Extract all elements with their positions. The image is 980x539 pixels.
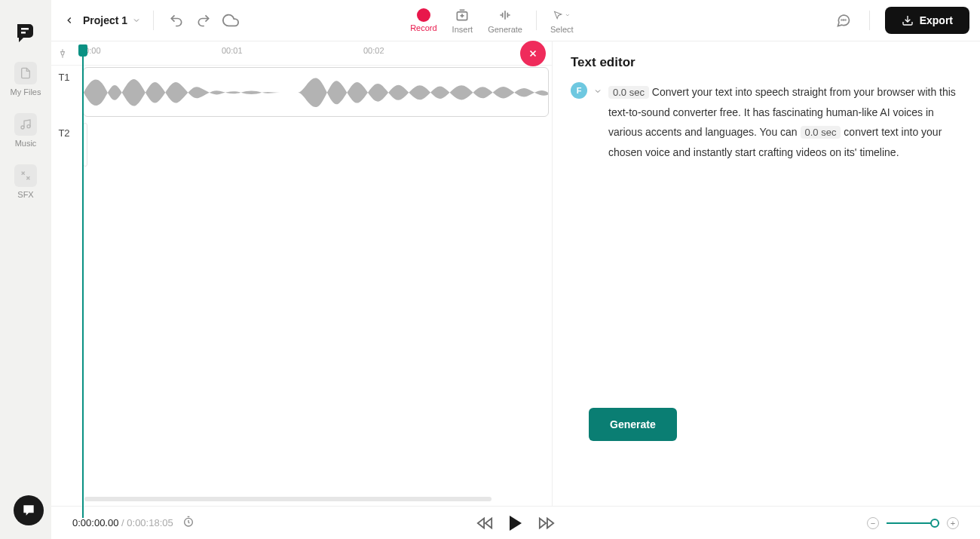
panel-title: Text editor: [571, 55, 965, 70]
divider: [536, 11, 537, 30]
generate-icon: [497, 7, 513, 23]
track-label: T1: [51, 66, 77, 121]
sidebar-item-label: SFX: [17, 190, 33, 199]
record-label: Record: [410, 23, 436, 32]
select-icon: [553, 7, 570, 23]
timeline-scrollbar[interactable]: [84, 495, 541, 503]
record-icon: [417, 8, 430, 22]
pin-icon[interactable]: [51, 48, 74, 59]
export-button[interactable]: Export: [885, 7, 969, 34]
chevron-down-icon: [132, 16, 141, 25]
time-display: 0:00:00.00 / 0:00:18:05: [72, 517, 173, 528]
voice-dropdown[interactable]: [593, 87, 602, 97]
ruler-mark: 00:01: [222, 46, 243, 55]
transport-bar: 0:00:00.00 / 0:00:18:05 − +: [51, 506, 980, 539]
chat-support-button[interactable]: [14, 495, 44, 525]
forward-icon: [538, 515, 555, 531]
text-editor-panel: Text editor F 0.0 sec Convert your text …: [553, 41, 980, 539]
rewind-button[interactable]: [476, 515, 493, 531]
svg-marker-15: [540, 518, 546, 528]
sidebar-item-music[interactable]: Music: [14, 113, 37, 148]
ruler-mark: 00:02: [363, 46, 384, 55]
playhead-handle[interactable]: [78, 44, 87, 57]
export-label: Export: [920, 14, 953, 26]
forward-button[interactable]: [538, 515, 555, 531]
sidebar-item-label: Music: [15, 139, 37, 148]
app-logo: [14, 21, 38, 45]
track-row-1: T1: [51, 66, 552, 121]
stopwatch-icon[interactable]: [182, 516, 194, 531]
music-icon: [14, 113, 37, 136]
rewind-icon: [476, 515, 493, 531]
close-panel-button[interactable]: [520, 41, 546, 66]
insert-button[interactable]: Insert: [445, 7, 481, 34]
pause-chip[interactable]: 0.0 sec: [801, 126, 841, 139]
scrollbar-thumb[interactable]: [84, 497, 492, 501]
sidebar-item-myfiles[interactable]: My Files: [11, 62, 41, 96]
divider: [869, 11, 870, 30]
redo-button[interactable]: [193, 10, 214, 31]
project-name-label: Project 1: [83, 14, 127, 26]
svg-point-7: [845, 20, 846, 20]
sidebar-item-label: My Files: [11, 87, 41, 96]
close-icon: [528, 48, 538, 59]
zoom-slider[interactable]: [887, 522, 939, 524]
timeline-panel: 00:00 00:01 00:02 T1: [51, 41, 553, 539]
svg-marker-13: [485, 518, 492, 528]
zoom-slider-thumb[interactable]: [930, 519, 939, 528]
pause-chip[interactable]: 0.0 sec: [608, 86, 649, 99]
duration-time: 0:00:18:05: [127, 517, 173, 528]
file-icon: [14, 62, 37, 84]
generate-speech-label: Generate: [610, 418, 656, 430]
generate-speech-button[interactable]: Generate: [589, 408, 677, 441]
insert-label: Insert: [452, 25, 473, 34]
track-row-2: T2: [51, 121, 552, 171]
playhead-line: [82, 55, 84, 518]
cloud-sync-button[interactable]: [220, 10, 241, 31]
sfx-icon: [14, 164, 37, 187]
generate-button[interactable]: Generate: [480, 7, 530, 34]
generate-label: Generate: [488, 25, 522, 34]
audio-clip[interactable]: [83, 67, 549, 117]
svg-point-5: [841, 20, 842, 20]
waveform: [84, 68, 548, 117]
record-button[interactable]: Record: [403, 8, 444, 32]
chevron-down-icon: [593, 87, 602, 96]
project-name-dropdown[interactable]: Project 1: [83, 14, 141, 26]
select-label: Select: [550, 25, 574, 34]
insert-icon: [454, 7, 470, 23]
left-sidebar: My Files Music SFX: [0, 0, 51, 539]
play-button[interactable]: [510, 516, 522, 531]
zoom-out-button[interactable]: −: [867, 517, 879, 529]
select-button[interactable]: Select: [543, 7, 581, 34]
undo-button[interactable]: [166, 10, 187, 31]
back-button[interactable]: [62, 13, 77, 28]
sidebar-item-sfx[interactable]: SFX: [14, 164, 37, 199]
svg-marker-14: [547, 518, 553, 528]
zoom-in-button[interactable]: +: [947, 517, 959, 529]
track-label: T2: [51, 121, 77, 171]
svg-rect-0: [21, 28, 29, 30]
svg-marker-12: [478, 518, 484, 528]
timeline-ruler[interactable]: 00:00 00:01 00:02: [51, 41, 552, 66]
comment-button[interactable]: [833, 10, 854, 31]
divider: [153, 11, 154, 30]
editor-text-content[interactable]: 0.0 sec Convert your text into speech st…: [608, 82, 965, 163]
top-toolbar: Project 1 Record: [51, 0, 980, 41]
voice-avatar[interactable]: F: [571, 82, 587, 99]
svg-point-2: [21, 126, 24, 129]
svg-point-6: [843, 20, 844, 20]
play-icon: [510, 516, 522, 531]
svg-point-3: [27, 125, 30, 128]
download-icon: [902, 14, 914, 26]
svg-rect-1: [21, 32, 26, 34]
current-time: 0:00:00.00: [72, 517, 118, 528]
